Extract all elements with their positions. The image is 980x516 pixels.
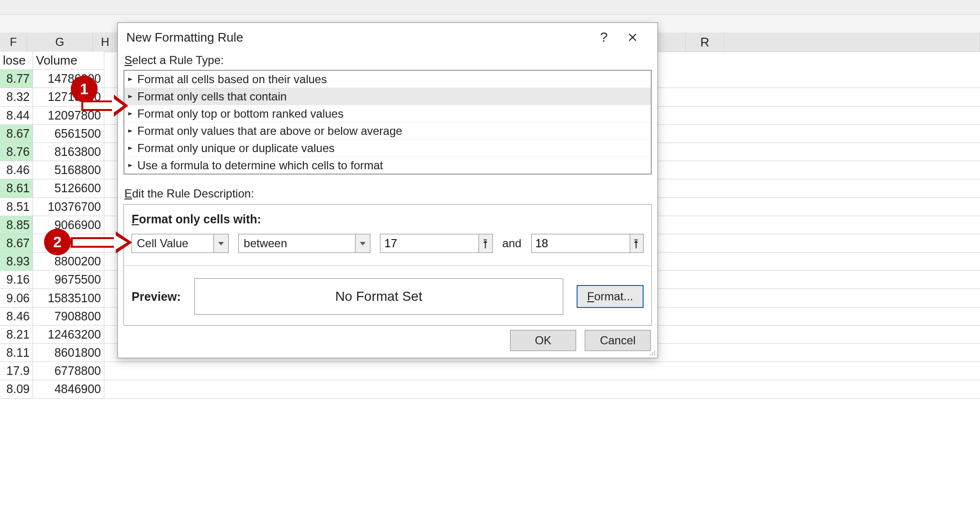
select-rule-type-label: Select a Rule Type: xyxy=(124,54,651,67)
close-cell[interactable]: 8.32 xyxy=(0,88,33,106)
value1-refedit[interactable]: ⭱ xyxy=(380,234,492,253)
operator-dropdown[interactable]: between xyxy=(238,234,370,253)
rule-type-item[interactable]: Format only cells that contain xyxy=(124,88,651,105)
value1-input[interactable] xyxy=(380,237,479,250)
rule-type-label: Format only top or bottom ranked values xyxy=(137,107,344,121)
edit-rule-description-label: Edit the Rule Description: xyxy=(124,187,651,200)
close-cell[interactable]: 8.21 xyxy=(0,326,33,343)
rule-type-label: Format only unique or duplicate values xyxy=(137,142,334,155)
divider xyxy=(124,265,651,266)
rule-type-item[interactable]: Format all cells based on their values xyxy=(124,71,651,88)
volume-cell[interactable]: 8601800 xyxy=(33,344,104,362)
column-header-H[interactable]: H xyxy=(93,33,118,52)
volume-cell[interactable]: 5168800 xyxy=(33,161,104,179)
rule-type-list[interactable]: Format all cells based on their valuesFo… xyxy=(123,70,652,175)
close-cell[interactable]: 8.46 xyxy=(0,161,33,179)
ok-button[interactable]: OK xyxy=(510,330,576,351)
close-cell[interactable]: 8.93 xyxy=(0,253,33,270)
rule-description-panel: Format only cells with: Cell Value betwe… xyxy=(123,204,652,326)
close-cell[interactable]: 8.67 xyxy=(0,125,33,143)
close-cell[interactable]: 8.51 xyxy=(0,198,33,216)
volume-cell[interactable]: 9675500 xyxy=(33,271,104,288)
svg-rect-3 xyxy=(73,239,116,246)
preview-row: Preview: No Format Set Format... xyxy=(132,278,644,315)
callout-arrow-2 xyxy=(67,229,134,257)
column-header-F[interactable]: F xyxy=(0,33,27,52)
close-cell[interactable]: 8.76 xyxy=(0,143,33,161)
rule-type-item[interactable]: Format only unique or duplicate values xyxy=(124,140,651,157)
operator-value: between xyxy=(244,237,355,250)
rule-pointer-icon xyxy=(128,129,133,132)
volume-cell[interactable]: 5126600 xyxy=(33,179,104,197)
new-formatting-rule-dialog: New Formatting Rule ? Select a Rule Type… xyxy=(117,22,658,358)
volume-cell[interactable]: 15835100 xyxy=(33,289,104,307)
volume-cell[interactable]: 7908800 xyxy=(33,307,104,325)
header-volume-cell[interactable]: Volume xyxy=(33,52,104,69)
volume-cell[interactable]: 10376700 xyxy=(33,198,104,216)
column-header-G[interactable]: G xyxy=(27,33,93,52)
table-row: 8.094846900 xyxy=(0,380,980,398)
close-cell[interactable]: 8.61 xyxy=(0,179,33,197)
rule-pointer-icon xyxy=(128,77,133,81)
resize-grip-icon[interactable] xyxy=(649,349,657,357)
value2-input[interactable] xyxy=(532,237,630,250)
rule-type-label: Format only cells that contain xyxy=(137,90,287,103)
close-cell[interactable]: 9.16 xyxy=(0,271,33,288)
value1-collapse-icon[interactable]: ⭱ xyxy=(479,234,492,253)
value2-collapse-icon[interactable]: ⭱ xyxy=(630,234,644,253)
criteria-row: Cell Value between ⭱ and ⭱ xyxy=(132,234,644,253)
rule-type-label: Format only values that are above or bel… xyxy=(137,124,402,138)
close-cell[interactable]: 8.11 xyxy=(0,344,33,362)
help-icon[interactable]: ? xyxy=(590,28,618,47)
close-cell[interactable]: 8.44 xyxy=(0,107,33,124)
rule-type-label: Format all cells based on their values xyxy=(137,73,327,86)
rule-pointer-icon xyxy=(128,146,133,150)
value2-refedit[interactable]: ⭱ xyxy=(531,234,644,253)
close-icon[interactable] xyxy=(618,28,647,47)
rule-type-item[interactable]: Use a formula to determine which cells t… xyxy=(124,157,651,174)
close-cell[interactable]: 8.09 xyxy=(0,380,33,398)
volume-cell[interactable]: 4846900 xyxy=(33,380,104,398)
rule-type-label: Use a formula to determine which cells t… xyxy=(137,159,383,172)
callout-badge-2: 2 xyxy=(44,229,71,255)
close-cell[interactable]: 8.67 xyxy=(0,234,33,252)
format-only-cells-with-label: Format only cells with: xyxy=(132,212,644,226)
cancel-button[interactable]: Cancel xyxy=(585,330,651,351)
operator-chevron-down-icon[interactable] xyxy=(355,234,370,253)
dialog-title: New Formatting Rule xyxy=(126,30,590,45)
basis-dropdown[interactable]: Cell Value xyxy=(132,234,229,253)
preview-label: Preview: xyxy=(132,290,181,304)
rule-type-item[interactable]: Format only top or bottom ranked values xyxy=(124,105,651,122)
column-header-R[interactable]: R xyxy=(685,33,724,52)
header-close-cell[interactable]: lose xyxy=(0,52,33,69)
volume-cell[interactable]: 8163800 xyxy=(33,143,104,161)
close-cell[interactable]: 17.9 xyxy=(0,362,33,380)
callout-badge-1: 1 xyxy=(71,76,98,102)
close-cell[interactable]: 8.77 xyxy=(0,70,33,88)
close-cell[interactable]: 8.46 xyxy=(0,307,33,325)
table-row: 17.96778800 xyxy=(0,362,980,380)
volume-cell[interactable]: 6778800 xyxy=(33,362,104,380)
preview-box: No Format Set xyxy=(194,278,563,315)
data-header-row: lose Volume xyxy=(0,52,104,70)
format-button[interactable]: Format... xyxy=(577,285,644,308)
dialog-titlebar[interactable]: New Formatting Rule ? xyxy=(118,23,657,52)
dialog-button-row: OK Cancel xyxy=(510,330,651,351)
close-cell[interactable]: 8.85 xyxy=(0,216,33,234)
close-cell[interactable]: 9.06 xyxy=(0,289,33,307)
volume-cell[interactable]: 6561500 xyxy=(33,125,104,143)
ribbon-placeholder xyxy=(0,0,980,15)
volume-cell[interactable]: 12463200 xyxy=(33,326,104,343)
svg-rect-1 xyxy=(83,102,114,109)
basis-chevron-down-icon[interactable] xyxy=(213,234,228,253)
rule-pointer-icon xyxy=(128,164,133,167)
basis-value: Cell Value xyxy=(137,237,213,250)
rule-type-item[interactable]: Format only values that are above or bel… xyxy=(124,122,651,140)
and-label: and xyxy=(502,237,522,250)
